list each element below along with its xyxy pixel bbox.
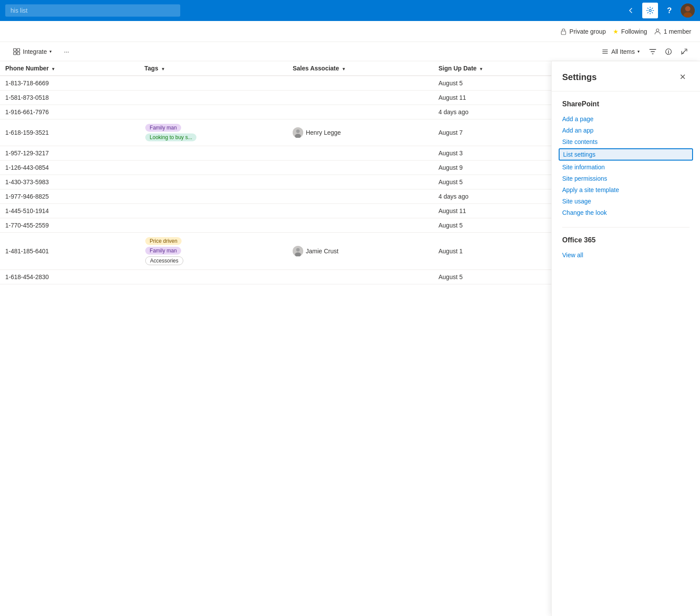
svg-rect-9	[17, 52, 20, 55]
settings-link-change-the-look[interactable]: Change the look	[562, 207, 690, 218]
info-button[interactable]	[662, 45, 676, 59]
svg-point-5	[656, 29, 659, 32]
top-bar-icons: ?	[623, 3, 695, 18]
integrate-button[interactable]: Integrate ▾	[9, 46, 56, 58]
svg-point-15	[668, 50, 669, 51]
col-signup-chevron: ▾	[480, 66, 482, 71]
cell-signup: August 11	[433, 91, 560, 105]
cell-signup: August 3	[433, 146, 560, 161]
more-label: ···	[64, 48, 69, 55]
person-icon	[654, 28, 661, 35]
cell-signup: 4 days ago	[433, 189, 560, 204]
settings-link-site-information[interactable]: Site information	[562, 161, 690, 173]
svg-point-2	[685, 6, 690, 11]
cell-associate: Jamie Crust	[287, 233, 433, 270]
all-items-label: All Items	[611, 48, 635, 55]
associate-container: Henry Legge	[293, 127, 428, 138]
cell-phone: 1-445-510-1914	[0, 204, 139, 218]
more-button[interactable]: ···	[60, 46, 74, 58]
lock-icon	[560, 28, 567, 35]
tag-pill: Family man	[145, 247, 181, 255]
search-input[interactable]	[5, 4, 180, 17]
settings-link-apply-a-site-template[interactable]: Apply a site template	[562, 184, 690, 196]
cell-tags	[139, 105, 287, 119]
svg-rect-6	[14, 49, 16, 51]
cell-signup: August 5	[433, 270, 560, 284]
cell-associate	[287, 105, 433, 119]
sub-header: Private group ★ Following 1 member	[0, 21, 700, 42]
col-tags-chevron: ▾	[162, 66, 164, 71]
office365-links: View all	[562, 249, 690, 261]
members-indicator: 1 member	[654, 28, 691, 35]
settings-link-add-an-app[interactable]: Add an app	[562, 125, 690, 136]
cell-phone: 1-618-159-3521	[0, 119, 139, 146]
svg-point-20	[296, 248, 300, 252]
help-icon-btn[interactable]: ?	[662, 3, 677, 18]
cell-phone: 1-481-185-6401	[0, 233, 139, 270]
cell-associate	[287, 76, 433, 91]
settings-divider	[562, 227, 690, 228]
cell-signup: August 5	[433, 76, 560, 91]
tag-pill: Looking to buy s...	[145, 133, 196, 141]
cell-signup: August 7	[433, 119, 560, 146]
settings-panel: Settings ✕ SharePoint Add a pageAdd an a…	[551, 61, 700, 616]
star-icon: ★	[613, 28, 619, 35]
cell-signup: August 1	[433, 233, 560, 270]
cell-signup: August 5	[433, 175, 560, 189]
cell-phone: 1-126-443-0854	[0, 161, 139, 175]
col-associate-chevron: ▾	[343, 66, 345, 71]
tag-pill: Price driven	[145, 237, 182, 245]
cell-associate	[287, 204, 433, 218]
svg-rect-4	[561, 31, 566, 35]
avatar-button[interactable]	[681, 4, 695, 18]
cell-associate	[287, 161, 433, 175]
settings-link-site-usage[interactable]: Site usage	[562, 196, 690, 207]
private-group-label: Private group	[570, 28, 606, 35]
col-phone[interactable]: Phone Number ▾	[0, 61, 139, 76]
avatar	[681, 4, 695, 18]
settings-close-button[interactable]: ✕	[676, 70, 690, 84]
info-icon	[665, 48, 672, 55]
cell-phone: 1-770-455-2559	[0, 218, 139, 233]
expand-button[interactable]	[677, 45, 691, 59]
cell-associate	[287, 189, 433, 204]
integrate-icon	[13, 48, 20, 55]
col-tags[interactable]: Tags ▾	[139, 61, 287, 76]
cell-tags	[139, 204, 287, 218]
cell-tags	[139, 270, 287, 284]
cell-tags: Family manLooking to buy s...	[139, 119, 287, 146]
cell-signup: August 5	[433, 218, 560, 233]
members-label: 1 member	[664, 28, 691, 35]
settings-link-add-a-page[interactable]: Add a page	[562, 113, 690, 125]
sharepoint-links: Add a pageAdd an appSite contentsList se…	[562, 113, 690, 218]
cell-tags	[139, 146, 287, 161]
cell-phone: 1-957-129-3217	[0, 146, 139, 161]
associate-name: Jamie Crust	[306, 248, 339, 255]
associate-container: Jamie Crust	[293, 246, 428, 256]
settings-icon-btn[interactable]	[642, 3, 658, 18]
settings-link-site-contents[interactable]: Site contents	[562, 136, 690, 147]
col-associate[interactable]: Sales Associate ▾	[287, 61, 433, 76]
filter-button[interactable]	[646, 45, 660, 59]
following-label: Following	[621, 28, 647, 35]
cell-phone: 1-618-454-2830	[0, 270, 139, 284]
toolbar: Integrate ▾ ··· All Items ▾	[0, 42, 700, 61]
svg-rect-8	[14, 52, 16, 55]
settings-link-list-settings[interactable]: List settings	[559, 148, 693, 161]
cell-signup: August 9	[433, 161, 560, 175]
col-phone-label: Phone Number	[5, 65, 49, 72]
main-content: Phone Number ▾ Tags ▾ Sales Associate ▾ …	[0, 61, 700, 616]
cell-tags	[139, 218, 287, 233]
cell-associate	[287, 270, 433, 284]
cell-tags	[139, 189, 287, 204]
col-associate-label: Sales Associate	[293, 65, 339, 72]
col-signup[interactable]: Sign Up Date ▾	[433, 61, 560, 76]
settings-link-view-all[interactable]: View all	[562, 249, 690, 261]
cell-tags	[139, 175, 287, 189]
settings-link-site-permissions[interactable]: Site permissions	[562, 173, 690, 184]
cell-associate	[287, 175, 433, 189]
back-icon-btn[interactable]	[623, 3, 639, 18]
cell-tags	[139, 161, 287, 175]
sharepoint-section-title: SharePoint	[562, 100, 690, 108]
all-items-button[interactable]: All Items ▾	[597, 46, 644, 58]
